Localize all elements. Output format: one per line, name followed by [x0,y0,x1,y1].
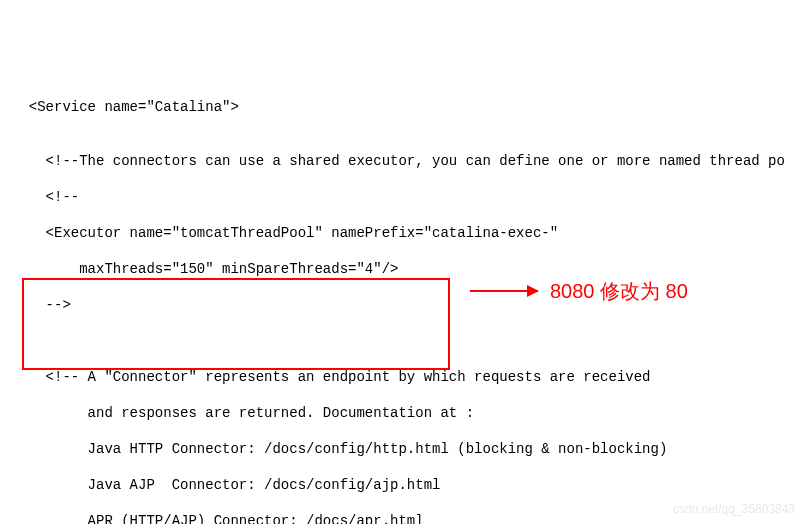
code-line: <!--The connectors can use a shared exec… [12,152,791,170]
code-line: Java AJP Connector: /docs/config/ajp.htm… [12,476,791,494]
code-line: --> [12,296,791,314]
code-line: <!-- A "Connector" represents an endpoin… [12,368,791,386]
code-line: <Executor name="tomcatThreadPool" namePr… [12,224,791,242]
code-line: Java HTTP Connector: /docs/config/http.h… [12,440,791,458]
code-line: APR (HTTP/AJP) Connector: /docs/apr.html [12,512,791,524]
xml-config-code: <Service name="Catalina"> <!--The connec… [12,80,791,524]
code-line: and responses are returned. Documentatio… [12,404,791,422]
code-line: <!-- [12,188,791,206]
code-line: maxThreads="150" minSpareThreads="4"/> [12,260,791,278]
code-line: <Service name="Catalina"> [12,98,791,116]
